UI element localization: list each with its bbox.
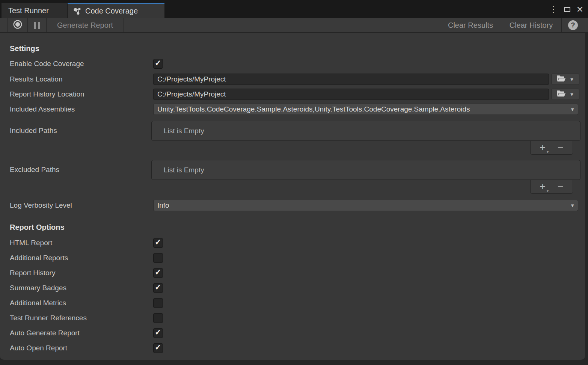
auto-open-report-checkbox[interactable]: ✓ (153, 343, 163, 353)
chevron-down-icon: ▼ (570, 203, 575, 208)
window-controls: ⋮ ✕ (549, 4, 583, 15)
report-history-checkbox[interactable]: ✓ (153, 268, 163, 278)
included-paths-label: Included Paths (10, 127, 57, 135)
tab-code-coverage[interactable]: Code Coverage (68, 3, 164, 18)
summary-badges-checkbox[interactable]: ✓ (153, 283, 163, 293)
add-item-button[interactable]: +▾ (540, 143, 546, 153)
included-paths-list[interactable]: List is Empty (151, 121, 580, 141)
settings-header: Settings (10, 44, 39, 53)
record-button[interactable] (8, 18, 28, 32)
additional-metrics-row: Additional Metrics ✓ (0, 298, 585, 308)
additional-reports-row: Additional Reports ✓ (0, 253, 585, 263)
maximize-icon[interactable] (564, 7, 570, 12)
minus-icon: − (558, 181, 564, 192)
plus-icon: + (540, 181, 546, 192)
clear-history-label: Clear History (510, 21, 553, 30)
auto-open-report-row: Auto Open Report ✓ (0, 343, 585, 353)
report-history-location-field[interactable]: C:/Projects/MyProject (153, 89, 549, 100)
html-report-label: HTML Report (10, 239, 52, 247)
checkmark-icon: ✓ (155, 283, 161, 292)
remove-item-button[interactable]: − (558, 143, 564, 153)
report-options-header: Report Options (10, 223, 65, 232)
log-verbosity-dropdown[interactable]: Info ▼ (153, 200, 578, 211)
additional-metrics-label: Additional Metrics (10, 299, 66, 307)
clear-results-label: Clear Results (448, 21, 493, 30)
folder-icon (556, 75, 566, 83)
clear-results-button[interactable]: Clear Results (440, 18, 501, 32)
add-item-button[interactable]: +▾ (540, 182, 546, 192)
tab-bar: Test Runner Code Coverage ⋮ ✕ (0, 0, 588, 18)
checkmark-icon: ✓ (155, 343, 161, 352)
minus-icon: − (558, 142, 564, 153)
excluded-paths-label: Excluded Paths (10, 166, 59, 174)
remove-item-button[interactable]: − (558, 182, 564, 192)
clear-history-button[interactable]: Clear History (501, 18, 561, 32)
close-icon[interactable]: ✕ (576, 4, 583, 15)
code-coverage-icon (73, 7, 82, 15)
tab-label: Code Coverage (85, 7, 138, 15)
pause-icon (34, 22, 40, 29)
additional-reports-label: Additional Reports (10, 254, 68, 262)
report-history-row: Report History ✓ (0, 268, 585, 278)
additional-reports-checkbox[interactable]: ✓ (153, 253, 163, 263)
log-verbosity-label: Log Verbosity Level (10, 201, 72, 210)
included-assemblies-value: Unity.TestTools.CodeCoverage.Sample.Aste… (157, 105, 470, 113)
summary-badges-label: Summary Badges (10, 284, 66, 292)
log-verbosity-value: Info (157, 201, 169, 210)
summary-badges-row: Summary Badges ✓ (0, 283, 585, 293)
auto-open-report-label: Auto Open Report (10, 344, 67, 352)
chevron-down-icon: ▾ (547, 189, 549, 193)
list-empty-text: List is Empty (152, 127, 204, 135)
checkmark-icon: ✓ (155, 238, 161, 247)
kebab-menu-icon[interactable]: ⋮ (549, 4, 558, 15)
toolbar: Generate Report Clear Results Clear Hist… (0, 18, 588, 33)
code-coverage-window: { "tab_bar": { "tabs": [ { "label": "Tes… (0, 0, 588, 365)
html-report-checkbox[interactable]: ✓ (153, 238, 163, 248)
auto-generate-report-checkbox[interactable]: ✓ (153, 328, 163, 338)
excluded-paths-list-footer: +▾ − (530, 180, 573, 194)
code-coverage-settings-panel: Settings Enable Code Coverage ✓ Results … (0, 33, 585, 360)
included-paths-row: Included Paths List is Empty (0, 121, 585, 141)
checkmark-icon: ✓ (155, 328, 161, 337)
auto-generate-report-row: Auto Generate Report ✓ (0, 328, 585, 338)
report-history-location-browse-button[interactable]: ▼ (551, 89, 579, 100)
checkmark-icon: ✓ (155, 59, 161, 68)
excluded-paths-row: Excluded Paths List is Empty (0, 160, 585, 180)
included-assemblies-label: Included Assemblies (10, 105, 75, 113)
list-empty-text: List is Empty (152, 166, 204, 174)
included-paths-list-footer: +▾ − (530, 141, 573, 155)
chevron-down-icon: ▼ (570, 77, 574, 82)
results-location-row: Results Location C:/Projects/MyProject ▼ (0, 74, 585, 85)
test-runner-references-checkbox[interactable]: ✓ (153, 313, 163, 323)
tab-test-runner[interactable]: Test Runner (2, 3, 67, 18)
report-history-location-label: Report History Location (10, 90, 84, 98)
test-runner-references-row: Test Runner References ✓ (0, 313, 585, 323)
checkmark-icon: ✓ (155, 268, 161, 277)
enable-code-coverage-checkbox[interactable]: ✓ (153, 59, 163, 69)
results-location-field[interactable]: C:/Projects/MyProject (153, 74, 549, 85)
generate-report-button[interactable]: Generate Report (47, 18, 124, 32)
report-history-location-row: Report History Location C:/Projects/MyPr… (0, 89, 585, 100)
generate-report-label: Generate Report (57, 21, 113, 30)
tab-label: Test Runner (8, 6, 49, 15)
pause-button[interactable] (28, 18, 47, 32)
chevron-down-icon: ▼ (570, 107, 575, 112)
plus-icon: + (540, 142, 546, 153)
results-location-browse-button[interactable]: ▼ (551, 74, 579, 85)
enable-code-coverage-row: Enable Code Coverage ✓ (0, 59, 585, 69)
included-assemblies-dropdown[interactable]: Unity.TestTools.CodeCoverage.Sample.Aste… (153, 104, 578, 115)
auto-generate-report-label: Auto Generate Report (10, 329, 80, 337)
report-history-location-value: C:/Projects/MyProject (157, 90, 226, 98)
excluded-paths-list[interactable]: List is Empty (151, 160, 580, 180)
results-location-value: C:/Projects/MyProject (157, 75, 226, 83)
help-button[interactable]: ? (561, 18, 584, 32)
log-verbosity-row: Log Verbosity Level Info ▼ (0, 200, 585, 211)
help-icon: ? (568, 20, 578, 30)
results-location-label: Results Location (10, 75, 62, 83)
chevron-down-icon: ▼ (570, 92, 574, 97)
enable-code-coverage-label: Enable Code Coverage (10, 60, 84, 68)
additional-metrics-checkbox[interactable]: ✓ (153, 298, 163, 308)
folder-icon (556, 90, 566, 98)
report-history-label: Report History (10, 269, 55, 277)
included-assemblies-row: Included Assemblies Unity.TestTools.Code… (0, 104, 585, 115)
